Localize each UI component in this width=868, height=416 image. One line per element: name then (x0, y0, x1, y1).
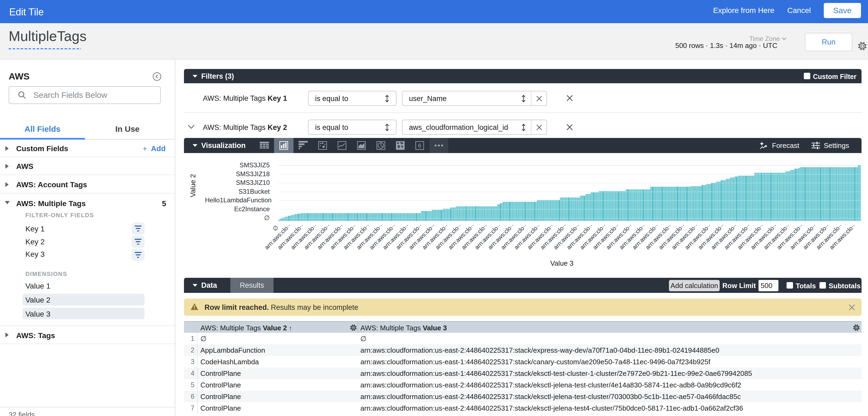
svg-text:6: 6 (418, 142, 421, 149)
